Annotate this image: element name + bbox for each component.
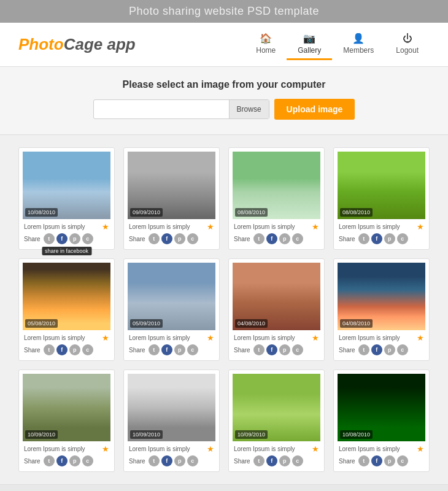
photo-thumbnail[interactable]: 10/08/2010 ⊕: [23, 152, 110, 219]
share-pinterest-button[interactable]: p: [279, 344, 290, 355]
share-facebook-button[interactable]: f: [161, 233, 172, 244]
share-twitter-button[interactable]: t: [149, 233, 160, 244]
photo-card: 05/09/2010 ⊕ Lorem Ipsum is simply ★ Sha…: [123, 258, 220, 361]
share-twitter-button[interactable]: t: [44, 344, 55, 355]
share-other-button[interactable]: c: [397, 455, 408, 466]
star-icon[interactable]: ★: [312, 333, 319, 342]
share-twitter-button[interactable]: t: [253, 344, 265, 355]
share-other-button[interactable]: c: [187, 455, 198, 466]
upload-button[interactable]: Upload image: [274, 99, 355, 120]
caption-text: Lorem Ipsum is simply: [234, 446, 312, 452]
file-input-wrapper: Browse: [93, 99, 269, 119]
share-row: Share t f p c share in facebook: [23, 231, 110, 244]
share-other-button[interactable]: c: [82, 233, 93, 244]
share-other-button[interactable]: c: [82, 455, 93, 466]
share-facebook-button[interactable]: f: [56, 455, 68, 466]
star-icon[interactable]: ★: [102, 444, 109, 454]
share-label: Share: [339, 347, 355, 354]
star-icon[interactable]: ★: [417, 444, 424, 454]
share-pinterest-button[interactable]: p: [279, 233, 290, 244]
share-label: Share: [24, 458, 41, 465]
star-icon[interactable]: ★: [102, 222, 109, 231]
nav-home[interactable]: 🏠 Home: [245, 29, 287, 60]
share-twitter-button[interactable]: t: [358, 233, 369, 244]
share-pinterest-button[interactable]: p: [384, 233, 395, 244]
share-other-button[interactable]: c: [292, 233, 303, 244]
photo-thumbnail[interactable]: 10/09/2010 ⊕: [128, 374, 215, 441]
photo-thumbnail[interactable]: 05/09/2010 ⊕: [128, 263, 215, 330]
share-pinterest-button[interactable]: p: [69, 455, 80, 466]
share-pinterest-button[interactable]: p: [384, 344, 395, 355]
share-twitter-button[interactable]: t: [149, 344, 160, 355]
share-twitter-button[interactable]: t: [253, 233, 265, 244]
photo-date: 09/09/2010: [130, 208, 163, 217]
share-pinterest-button[interactable]: p: [174, 233, 185, 244]
photo-thumbnail[interactable]: 10/08/2010 ⊕: [338, 374, 425, 441]
footer: © 2013 Photocage app powered by cssautho…: [0, 484, 448, 491]
share-facebook-button[interactable]: f: [56, 233, 68, 244]
star-icon[interactable]: ★: [207, 222, 214, 231]
file-path-input[interactable]: [94, 100, 229, 118]
photo-thumbnail[interactable]: 10/09/2010 ⊕: [233, 374, 320, 441]
photo-date: 04/08/2010: [235, 319, 268, 328]
share-row: Share t f p c: [233, 342, 320, 355]
share-facebook-button[interactable]: f: [161, 455, 172, 466]
share-pinterest-button[interactable]: p: [69, 344, 80, 355]
photo-card: 08/08/2010 ⊕ Lorem Ipsum is simply ★ Sha…: [333, 147, 430, 250]
share-facebook-button[interactable]: f: [371, 455, 382, 466]
share-other-button[interactable]: c: [292, 455, 303, 466]
share-facebook-button[interactable]: f: [266, 455, 277, 466]
star-icon[interactable]: ★: [417, 222, 424, 231]
share-other-button[interactable]: c: [397, 233, 408, 244]
nav-logout[interactable]: ⏻ Logout: [385, 29, 430, 60]
share-other-button[interactable]: c: [292, 344, 303, 355]
photo-thumbnail[interactable]: 10/09/2010 ⊕: [23, 374, 110, 441]
share-facebook-button[interactable]: f: [56, 344, 68, 355]
share-twitter-button[interactable]: t: [358, 344, 369, 355]
share-twitter-button[interactable]: t: [253, 455, 265, 466]
share-other-button[interactable]: c: [397, 344, 408, 355]
photo-thumbnail[interactable]: 08/08/2010 ⊕: [338, 152, 425, 219]
nav-gallery[interactable]: 📷 Gallery: [287, 29, 332, 60]
header: PhotoCage app 🏠 Home 📷 Gallery 👤 Members…: [0, 23, 448, 67]
logo-part1: Photo: [18, 35, 64, 53]
share-other-button[interactable]: c: [187, 344, 198, 355]
photo-thumbnail[interactable]: 09/09/2010 ⊕: [128, 152, 215, 219]
share-facebook-button[interactable]: f: [266, 233, 277, 244]
nav-logout-label: Logout: [396, 46, 419, 55]
share-pinterest-button[interactable]: p: [384, 455, 395, 466]
photo-card: 10/09/2010 ⊕ Lorem Ipsum is simply ★ Sha…: [123, 369, 220, 472]
star-icon[interactable]: ★: [207, 333, 214, 342]
browse-button[interactable]: Browse: [229, 100, 269, 118]
share-facebook-button[interactable]: f: [161, 344, 172, 355]
nav-members[interactable]: 👤 Members: [332, 29, 385, 60]
share-facebook-button[interactable]: f: [266, 344, 277, 355]
share-twitter-button[interactable]: t: [44, 455, 55, 466]
share-label: Share: [129, 236, 145, 242]
share-pinterest-button[interactable]: p: [174, 455, 185, 466]
photo-thumbnail[interactable]: 04/08/2010 ⊕: [233, 263, 320, 330]
photo-date: 08/08/2010: [340, 208, 373, 217]
share-twitter-button[interactable]: t: [358, 455, 369, 466]
star-icon[interactable]: ★: [417, 333, 424, 342]
photo-card: 10/09/2010 ⊕ Lorem Ipsum is simply ★ Sha…: [18, 369, 115, 472]
share-other-button[interactable]: c: [82, 344, 93, 355]
photo-thumbnail[interactable]: 04/08/2010 ⊕: [338, 263, 425, 330]
share-other-button[interactable]: c: [187, 233, 198, 244]
star-icon[interactable]: ★: [312, 222, 319, 231]
share-pinterest-button[interactable]: p: [69, 233, 80, 244]
star-icon[interactable]: ★: [207, 444, 214, 454]
share-pinterest-button[interactable]: p: [174, 344, 185, 355]
share-twitter-button[interactable]: t: [149, 455, 160, 466]
share-pinterest-button[interactable]: p: [279, 455, 290, 466]
photo-thumbnail[interactable]: 08/08/2010 ⊕: [233, 152, 320, 219]
photo-date: 10/08/2010: [340, 430, 373, 439]
photo-caption-row: Lorem Ipsum is simply ★: [233, 444, 320, 454]
share-facebook-button[interactable]: f: [371, 233, 382, 244]
star-icon[interactable]: ★: [102, 333, 109, 342]
share-twitter-button[interactable]: t: [44, 233, 55, 244]
star-icon[interactable]: ★: [312, 444, 319, 454]
photo-date: 10/08/2010: [25, 208, 58, 217]
photo-thumbnail[interactable]: 05/08/2010 ⊕: [23, 263, 110, 330]
share-facebook-button[interactable]: f: [371, 344, 382, 355]
